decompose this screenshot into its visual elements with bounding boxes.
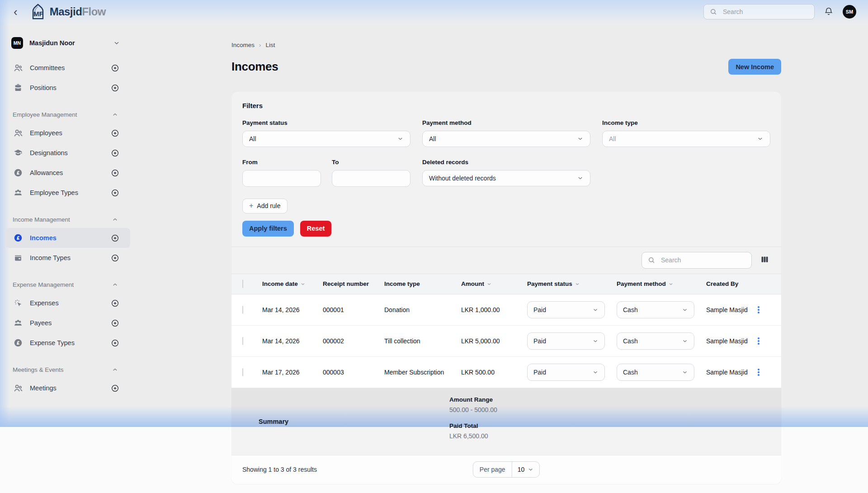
col-income-date[interactable]: Income date (262, 280, 323, 287)
column-visibility-icon[interactable] (759, 254, 770, 266)
cell-amount: LKR 500.00 (461, 369, 527, 376)
paid-total-label: Paid Total (449, 422, 497, 429)
reset-filters-button[interactable]: Reset (300, 221, 332, 237)
per-page-select[interactable]: 10 (512, 466, 540, 473)
chevron-up-icon (112, 281, 118, 288)
row-checkbox[interactable] (242, 337, 243, 345)
sidebar-item-committees[interactable]: Committees (5, 58, 130, 78)
add-expense-icon[interactable] (111, 299, 119, 308)
row-checkbox[interactable] (242, 368, 243, 376)
table-header-row: Income date Receipt number Income type A… (231, 274, 781, 294)
sidebar-item-employees[interactable]: Employees (5, 123, 130, 143)
table-search-input[interactable] (660, 256, 746, 264)
back-icon[interactable]: ‹ (12, 6, 19, 18)
payment-method-row-select[interactable]: Cash (617, 332, 694, 350)
select-all-checkbox[interactable] (242, 280, 243, 288)
sidebar-item-expense-types[interactable]: £ Expense Types (5, 333, 130, 353)
app-logo[interactable]: MF MasjidFlow (29, 3, 106, 20)
users-group-icon (13, 318, 24, 328)
filter-deleted-records: Deleted records Without deleted records (422, 159, 590, 187)
add-income-type-icon[interactable] (111, 254, 119, 262)
wallet-icon (13, 252, 24, 263)
cell-created-by: Sample Masjid (706, 337, 755, 345)
notifications-bell-icon[interactable] (823, 5, 835, 19)
sidebar-item-expenses[interactable]: Expenses (5, 293, 130, 313)
briefcase-icon (13, 82, 24, 93)
from-date-input[interactable] (242, 170, 321, 187)
sidebar-section-income-management[interactable]: Income Management (7, 214, 128, 224)
sort-chevron-icon (575, 281, 580, 287)
col-payment-status[interactable]: Payment status (527, 280, 617, 287)
global-search-input[interactable] (722, 8, 809, 16)
sidebar-section-employee-management[interactable]: Employee Management (7, 109, 128, 119)
add-income-icon[interactable] (111, 234, 119, 242)
sidebar-item-positions[interactable]: Positions (5, 78, 130, 98)
section-label: Meetings & Events (13, 366, 64, 373)
chevron-down-icon (757, 135, 764, 142)
per-page-label: Per page (473, 466, 512, 473)
row-actions-kebab-icon[interactable] (755, 303, 762, 316)
col-created-by: Created By (706, 280, 755, 287)
col-payment-method[interactable]: Payment method (617, 280, 706, 287)
user-avatar[interactable]: SM (843, 5, 856, 19)
add-employee-icon[interactable] (111, 129, 119, 137)
incomes-card: Filters Payment status All Payment metho… (231, 92, 781, 484)
sidebar-item-designations[interactable]: Designations (5, 143, 130, 163)
add-employee-type-icon[interactable] (111, 189, 119, 197)
income-type-select[interactable]: All (602, 131, 770, 147)
sidebar-section-meetings-events[interactable]: Meetings & Events (7, 365, 128, 374)
table-row: Mar 14, 2026 000002 Till collection LKR … (231, 326, 781, 357)
payment-status-row-select[interactable]: Paid (527, 301, 605, 318)
apply-filters-button[interactable]: Apply filters (242, 221, 294, 237)
deleted-records-select[interactable]: Without deleted records (422, 170, 590, 186)
section-label: Expense Management (13, 281, 74, 288)
breadcrumb-incomes[interactable]: Incomes (231, 42, 255, 48)
payment-status-select[interactable]: All (242, 131, 410, 147)
add-allowance-icon[interactable] (111, 169, 119, 177)
chevron-down-icon (592, 307, 599, 313)
pound-circle-icon: £ (13, 337, 24, 348)
payment-method-row-select[interactable]: Cash (617, 301, 694, 318)
sidebar-item-allowances[interactable]: £ Allowances (5, 163, 130, 183)
sidebar-section-expense-management[interactable]: Expense Management (7, 280, 128, 289)
col-income-type[interactable]: Income type (384, 280, 461, 287)
col-receipt-number[interactable]: Receipt number (323, 280, 384, 287)
row-actions-kebab-icon[interactable] (755, 366, 762, 379)
top-bar: ‹ MF MasjidFlow SM (0, 0, 868, 24)
from-label: From (242, 159, 321, 166)
sidebar-item-meetings[interactable]: Meetings (5, 378, 130, 398)
payment-status-row-select[interactable]: Paid (527, 364, 605, 381)
sidebar-item-incomes[interactable]: £ Incomes (5, 228, 130, 248)
col-amount[interactable]: Amount (461, 280, 527, 287)
sidebar-item-income-types[interactable]: Income Types (5, 248, 130, 268)
payment-method-select[interactable]: All (422, 131, 590, 147)
table-row: Mar 17, 2026 000003 Member Subscription … (231, 357, 781, 388)
chevron-down-icon (113, 39, 120, 47)
add-rule-button[interactable]: + Add rule (242, 199, 288, 213)
add-meeting-icon[interactable] (111, 384, 119, 393)
sidebar-item-label: Employee Types (30, 189, 78, 196)
global-search[interactable] (703, 4, 815, 19)
to-date-input[interactable] (332, 170, 410, 187)
sidebar-item-employee-types[interactable]: Employee Types (5, 183, 130, 203)
add-position-icon[interactable] (111, 84, 119, 92)
row-checkbox[interactable] (242, 306, 243, 314)
new-income-button[interactable]: New Income (728, 59, 781, 75)
add-expense-type-icon[interactable] (111, 339, 119, 347)
chevron-down-icon (577, 175, 584, 181)
payment-method-row-select[interactable]: Cash (617, 364, 694, 381)
chevron-down-icon (528, 466, 534, 473)
table-summary: Summary Amount Range 500.00 - 5000.00 Pa… (231, 388, 781, 455)
amount-range-value: 500.00 - 5000.00 (449, 406, 497, 413)
sidebar-item-payees[interactable]: Payees (5, 313, 130, 333)
add-payee-icon[interactable] (111, 319, 119, 327)
breadcrumb-list[interactable]: List (265, 42, 275, 48)
add-designation-icon[interactable] (111, 149, 119, 157)
payment-status-row-select[interactable]: Paid (527, 332, 605, 350)
add-committee-icon[interactable] (111, 64, 119, 72)
row-actions-kebab-icon[interactable] (755, 335, 762, 347)
org-switcher[interactable]: MN Masjidun Noor (5, 35, 130, 51)
table-search[interactable] (642, 252, 752, 269)
filters-title: Filters (242, 102, 770, 109)
table-footer: Showing 1 to 3 of 3 results Per page 10 (231, 455, 781, 484)
